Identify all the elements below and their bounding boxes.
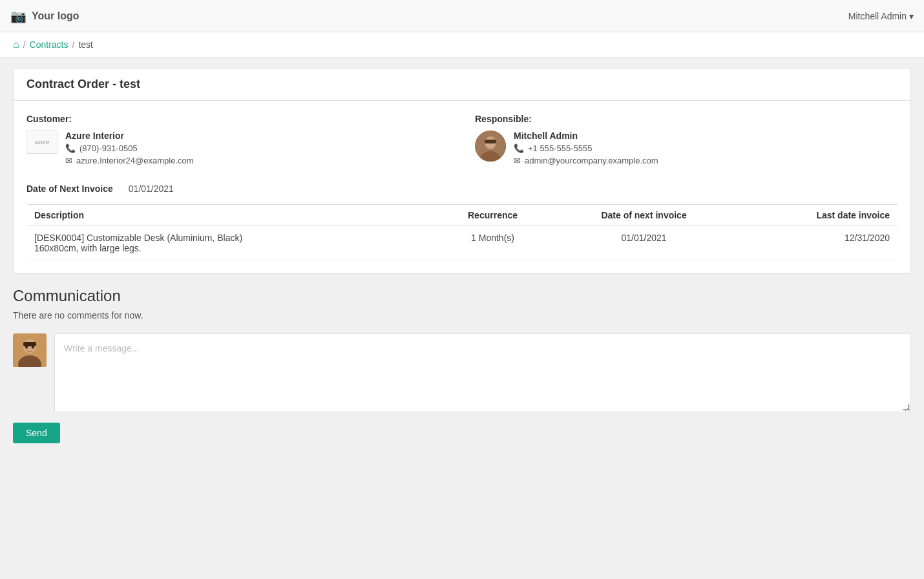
customer-email-line: ✉ azure.Interior24@example.com: [65, 156, 194, 165]
resize-handle[interactable]: [903, 404, 909, 410]
customer-contact-block: azure Azure Interior 📞 (870)-931-0505 ✉ …: [26, 131, 449, 165]
message-box: [54, 333, 911, 412]
description-line1: [DESK0004] Customizable Desk (Aluminium,…: [34, 233, 242, 243]
phone-icon: 📞: [65, 143, 76, 153]
message-input[interactable]: [55, 334, 910, 412]
compose-user-avatar: [13, 333, 47, 367]
contract-title: Contract Order - test: [14, 68, 910, 101]
next-invoice-row: Date of Next Invoice 01/01/2021: [26, 181, 898, 194]
col-description: Description: [26, 205, 434, 226]
customer-phone: (870)-931-0505: [79, 143, 138, 153]
responsible-email: admin@yourcompany.example.com: [525, 156, 658, 165]
cell-last-date-invoice: 12/31/2020: [736, 226, 898, 260]
contract-body: Customer: azure Azure Interior 📞 (870)-9…: [14, 101, 910, 273]
responsible-phone-icon: 📞: [514, 143, 524, 153]
cell-date-next-invoice: 01/01/2021: [552, 226, 735, 260]
table-header-row: Description Recurrence Date of next invo…: [26, 205, 898, 226]
responsible-name: Mitchell Admin: [514, 131, 658, 141]
breadcrumb-current: test: [78, 39, 93, 50]
home-icon[interactable]: ⌂: [13, 39, 19, 50]
table-row: [DESK0004] Customizable Desk (Aluminium,…: [26, 226, 898, 260]
next-invoice-value: 01/01/2021: [129, 184, 174, 194]
main-content: Contract Order - test Customer: azure Az…: [0, 58, 924, 579]
responsible-email-icon: ✉: [514, 156, 521, 165]
responsible-contact-block: Mitchell Admin 📞 +1 555-555-5555 ✉ admin…: [475, 131, 898, 165]
avatar-image: [475, 131, 506, 162]
camera-icon: 📷: [10, 8, 26, 24]
user-menu[interactable]: Mitchell Admin ▾: [848, 11, 914, 21]
customer-name: Azure Interior: [65, 131, 194, 141]
contract-card: Contract Order - test Customer: azure Az…: [13, 68, 911, 274]
responsible-details: Mitchell Admin 📞 +1 555-555-5555 ✉ admin…: [514, 131, 658, 165]
next-invoice-label: Date of Next Invoice: [26, 184, 113, 194]
responsible-avatar: [475, 131, 506, 162]
top-navigation: 📷 Your logo Mitchell Admin ▾: [0, 0, 924, 32]
communication-title: Communication: [13, 287, 911, 305]
customer-column: Customer: azure Azure Interior 📞 (870)-9…: [26, 114, 449, 165]
breadcrumb-separator-1: /: [23, 39, 26, 50]
svg-rect-8: [23, 342, 36, 346]
svg-rect-4: [485, 140, 496, 143]
col-date-next-invoice: Date of next invoice: [552, 205, 735, 226]
customer-email: azure.Interior24@example.com: [76, 156, 194, 165]
col-last-date-invoice: Last date invoice: [736, 205, 898, 226]
user-label: Mitchell Admin: [848, 11, 907, 21]
responsible-phone-line: 📞 +1 555-555-5555: [514, 143, 658, 153]
email-icon: ✉: [65, 156, 72, 165]
company-logo: azure: [26, 131, 58, 154]
cell-description: [DESK0004] Customizable Desk (Aluminium,…: [26, 226, 434, 260]
breadcrumb: ⌂ / Contracts / test: [0, 32, 924, 58]
breadcrumb-separator-2: /: [72, 39, 74, 50]
responsible-column: Responsible:: [475, 114, 898, 165]
message-compose-area: [13, 333, 911, 412]
customer-details: Azure Interior 📞 (870)-931-0505 ✉ azure.…: [65, 131, 194, 165]
compose-avatar-image: [13, 333, 47, 367]
cell-recurrence: 1 Month(s): [434, 226, 552, 260]
communication-section: Communication There are no comments for …: [13, 287, 911, 454]
send-button[interactable]: Send: [13, 423, 60, 443]
contract-table: Description Recurrence Date of next invo…: [26, 204, 898, 260]
customer-phone-line: 📞 (870)-931-0505: [65, 143, 194, 153]
customer-label: Customer:: [26, 114, 449, 124]
logo: 📷 Your logo: [10, 8, 79, 24]
breadcrumb-contracts-link[interactable]: Contracts: [30, 39, 68, 50]
communication-empty-message: There are no comments for now.: [13, 310, 911, 321]
responsible-email-line: ✉ admin@yourcompany.example.com: [514, 156, 658, 165]
svg-point-9: [25, 346, 28, 349]
col-recurrence: Recurrence: [434, 205, 552, 226]
responsible-phone: +1 555-555-5555: [528, 143, 592, 153]
logo-text: Your logo: [32, 10, 79, 22]
responsible-label: Responsible:: [475, 114, 898, 124]
svg-point-10: [32, 346, 34, 349]
info-row: Customer: azure Azure Interior 📞 (870)-9…: [26, 114, 898, 165]
dropdown-icon: ▾: [909, 11, 914, 21]
company-logo-text: azure: [35, 139, 50, 145]
description-line2: 160x80cm, with large legs.: [34, 243, 142, 253]
